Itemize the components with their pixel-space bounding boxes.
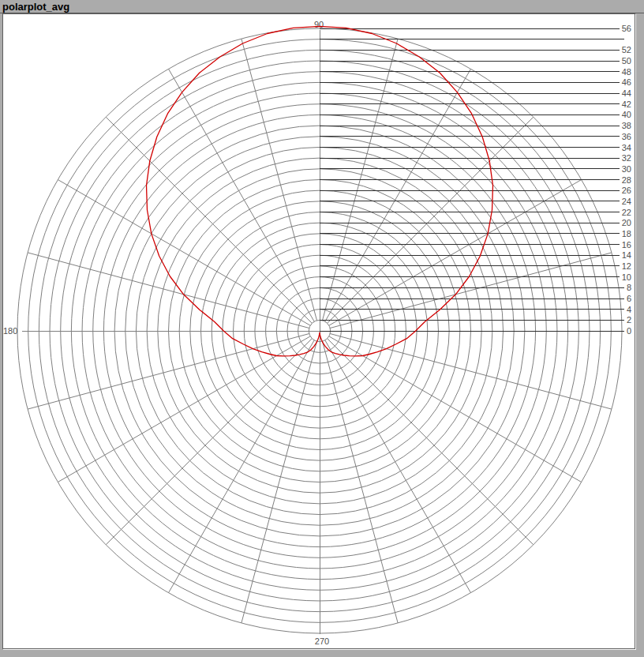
polar-grid-spoke xyxy=(106,339,312,545)
radius-tick-label: 56 xyxy=(622,24,631,33)
polar-grid-spoke xyxy=(28,334,309,410)
radius-tick-label: 44 xyxy=(622,88,631,98)
angle-label: 270 xyxy=(315,636,329,646)
radius-tick-label: 48 xyxy=(622,67,631,77)
window-title: polarplot_avg xyxy=(2,1,69,13)
polarplot-window: { "window": { "title": "polarplot_avg" }… xyxy=(0,0,644,657)
radius-tick-label: 6 xyxy=(627,294,631,303)
radius-tick-label: 28 xyxy=(622,175,631,185)
polar-plot-area: 0246810121416182022242628303234363840424… xyxy=(3,14,635,648)
plot-panel: 0246810121416182022242628303234363840424… xyxy=(2,13,635,649)
radius-tick-label: 34 xyxy=(622,143,631,152)
window-titlebar[interactable]: polarplot_avg xyxy=(0,0,644,13)
radius-tick-label: 22 xyxy=(622,208,631,217)
polar-grid-spoke xyxy=(106,117,312,323)
radius-tick-label: 30 xyxy=(622,164,631,174)
radius-tick-label: 16 xyxy=(622,240,631,250)
radius-tick-label: 0 xyxy=(627,326,631,336)
radius-tick-label: 46 xyxy=(622,77,631,87)
radius-tick-label: 8 xyxy=(627,283,631,292)
polar-grid-spoke xyxy=(328,117,534,323)
angle-label: 180 xyxy=(3,326,17,336)
polar-grid-spoke xyxy=(28,253,309,328)
polar-grid-spoke xyxy=(242,39,317,321)
polar-grid-spoke xyxy=(323,341,399,623)
radius-tick-label: 18 xyxy=(622,229,631,238)
radius-tick-label: 32 xyxy=(622,153,631,163)
radius-tick-label: 20 xyxy=(622,218,631,227)
polar-grid-spoke xyxy=(242,341,317,623)
radius-tick-label: 4 xyxy=(627,305,631,314)
radius-tick-label: 24 xyxy=(622,197,631,206)
radius-tick-label: 50 xyxy=(622,56,631,66)
radius-tick-label: 14 xyxy=(622,250,631,260)
radius-tick-label: 52 xyxy=(622,45,631,54)
radius-tick-label: 42 xyxy=(622,99,631,109)
radius-tick-label: 40 xyxy=(622,110,631,119)
radius-tick-label: 2 xyxy=(627,315,631,325)
polar-grid-spoke xyxy=(328,339,534,545)
radius-tick-label: 26 xyxy=(622,186,631,195)
radius-tick-label: 12 xyxy=(622,261,631,271)
radius-tick-label: 10 xyxy=(622,272,631,282)
polar-grid-spoke xyxy=(330,253,612,328)
radius-tick-label: 36 xyxy=(622,132,631,141)
polar-grid-spoke xyxy=(330,334,612,410)
angle-label: 90 xyxy=(314,20,324,29)
radius-tick-label: 38 xyxy=(622,121,631,130)
